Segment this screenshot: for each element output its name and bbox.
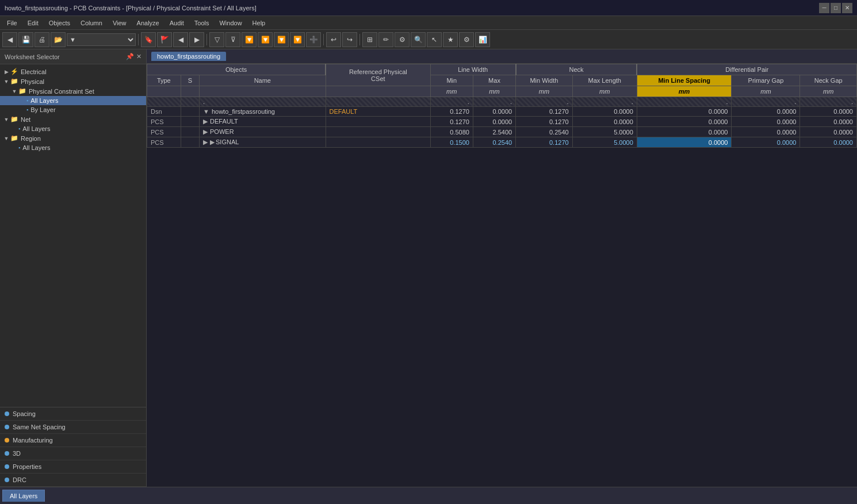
cell-lw-min: . <box>430 97 473 107</box>
ws-pin-button[interactable]: 📌 <box>126 53 134 60</box>
cell-dp-primgap: . <box>732 97 800 107</box>
tb-filter3-icon[interactable]: 🔽 <box>242 32 257 47</box>
pcs-expand-icon: ▼ <box>10 89 18 94</box>
toolbar-separator-1 <box>138 34 139 45</box>
sidebar-bottom-spacing[interactable]: Spacing <box>0 407 146 421</box>
tb-pencil-icon[interactable]: ✏ <box>378 32 393 47</box>
tb-filter6-icon[interactable]: 🔽 <box>290 32 305 47</box>
table-row[interactable]: PCS▶DEFAULT0.12700.00000.12700.00000.000… <box>147 117 857 127</box>
tb-gear1-icon[interactable]: ⚙ <box>395 32 410 47</box>
menu-item-view[interactable]: View <box>108 18 131 28</box>
sidebar-item-region-all-layers[interactable]: ▪ All Layers <box>0 143 146 152</box>
cell-neck-minw: . <box>516 97 573 107</box>
tb-filter2-icon[interactable]: ⊽ <box>225 32 240 47</box>
menu-item-help[interactable]: Help <box>248 18 270 28</box>
menu-item-edit[interactable]: Edit <box>23 18 43 28</box>
breadcrumb-tab[interactable]: howto_firstpassrouting <box>151 52 226 61</box>
sidebar-item-pcs[interactable]: ▼ 📁 Physical Constraint Set <box>0 86 146 96</box>
tb-chart-icon[interactable]: 📊 <box>475 32 490 47</box>
tb-arrow-right-icon[interactable]: ▶ <box>189 32 204 47</box>
menu-item-objects[interactable]: Objects <box>44 18 75 28</box>
cell-name[interactable]: ▶▶SIGNAL <box>200 137 326 148</box>
ws-close-button[interactable]: ✕ <box>136 53 141 60</box>
sidebar-bottom-properties[interactable]: Properties <box>0 460 146 474</box>
cell-dp-neckgap: 0.0000 <box>800 107 857 117</box>
unit-s <box>181 86 199 97</box>
bottom-tab-all-layers[interactable]: All Layers <box>2 490 45 502</box>
tb-filter5-icon[interactable]: 🔽 <box>274 32 289 47</box>
sidebar-item-physical[interactable]: ▼ 📁 Physical <box>0 76 146 86</box>
col-type: Type <box>147 75 181 86</box>
table-row[interactable]: PCS▶▶SIGNAL0.15000.25400.12705.00000.000… <box>147 137 857 148</box>
table-row[interactable]: ........ <box>147 97 857 107</box>
table-row[interactable]: PCS▶POWER0.50802.54000.25405.00000.00000… <box>147 127 857 137</box>
sidebar-item-net-all-layers[interactable]: ▪ All Layers <box>0 124 146 133</box>
col-lw-max: Max <box>473 75 515 86</box>
tb-star-icon[interactable]: ★ <box>443 32 458 47</box>
row-expand-icon[interactable]: ▼ <box>203 108 209 115</box>
name-text: . <box>203 98 205 105</box>
menu-item-column[interactable]: Column <box>76 18 107 28</box>
cell-s <box>181 137 199 148</box>
table-container[interactable]: Objects Referenced PhysicalCSet Line Wid… <box>147 64 857 487</box>
cell-name[interactable]: ▶POWER <box>200 127 326 137</box>
col-dp-neckgap: Neck Gap <box>800 75 857 86</box>
sidebar-bottom-3d[interactable]: 3D <box>0 447 146 460</box>
sidebar-bottom-same-net[interactable]: Same Net Spacing <box>0 421 146 434</box>
table-row[interactable]: Dsn▼howto_firstpassroutingDEFAULT0.12700… <box>147 107 857 117</box>
spacing-dot <box>5 411 9 416</box>
tb-filter1-icon[interactable]: ▽ <box>209 32 224 47</box>
same-net-dot <box>5 425 9 429</box>
row-expand-icon[interactable]: ▶ <box>203 128 208 135</box>
net-expand-icon: ▼ <box>2 117 10 122</box>
tb-flag-icon[interactable]: 🚩 <box>157 32 172 47</box>
tb-filter4-icon[interactable]: 🔽 <box>258 32 273 47</box>
cell-dp-minls: 0.0000 <box>637 137 732 148</box>
tb-save-icon[interactable]: 💾 <box>18 32 33 47</box>
col-group-objects: Objects <box>147 64 326 75</box>
tb-back-icon[interactable]: ◀ <box>2 32 17 47</box>
tb-gear2-icon[interactable]: ⚙ <box>459 32 474 47</box>
menu-item-tools[interactable]: Tools <box>190 18 214 28</box>
tb-redo-icon[interactable]: ↪ <box>342 32 357 47</box>
tb-arrow-left-icon[interactable]: ◀ <box>173 32 188 47</box>
tb-undo-icon[interactable]: ↩ <box>326 32 341 47</box>
region-al-label: All Layers <box>22 144 50 151</box>
close-button[interactable]: ✕ <box>842 3 852 13</box>
menu-item-window[interactable]: Window <box>215 18 246 28</box>
drc-dot <box>5 478 9 482</box>
cell-lw-min: 0.1270 <box>430 107 473 117</box>
cell-dp-primgap: 0.0000 <box>732 117 800 127</box>
row-expand-icon[interactable]: ▶ <box>203 138 208 145</box>
menu-item-file[interactable]: File <box>2 18 22 28</box>
row-expand-icon[interactable]: ▶ <box>203 118 208 125</box>
tb-grid-icon[interactable]: ⊞ <box>362 32 377 47</box>
col-name: Name <box>200 75 326 86</box>
tb-bookmark-icon[interactable]: 🔖 <box>141 32 156 47</box>
sidebar-item-all-layers[interactable]: ▪ All Layers <box>0 96 146 105</box>
sidebar-item-by-layer[interactable]: ▪ By Layer <box>0 105 146 114</box>
cell-name[interactable]: ▶DEFAULT <box>200 117 326 127</box>
tb-open-icon[interactable]: 📂 <box>51 32 66 47</box>
cell-refpcs <box>326 137 430 148</box>
sidebar-bottom-manufacturing[interactable]: Manufacturing <box>0 434 146 447</box>
sidebar-item-electrical[interactable]: ▶ ⚡ Electrical <box>0 67 146 76</box>
maximize-button[interactable]: □ <box>831 3 841 13</box>
net-label: Net <box>21 116 30 123</box>
cell-s <box>181 117 199 127</box>
tb-zoom-icon[interactable]: 🔍 <box>411 32 426 47</box>
tb-dropdown[interactable]: ▼ <box>67 33 136 46</box>
menu-item-analyze[interactable]: Analyze <box>132 18 164 28</box>
toolbar: ◀ 💾 🖨 📂 ▼ 🔖 🚩 ◀ ▶ ▽ ⊽ 🔽 🔽 🔽 🔽 ➕ ↩ ↪ ⊞ ✏ … <box>0 30 857 49</box>
tb-pointer-icon[interactable]: ↖ <box>427 32 442 47</box>
sidebar-item-region[interactable]: ▼ 📁 Region <box>0 133 146 143</box>
tb-print-icon[interactable]: 🖨 <box>35 32 49 47</box>
sidebar-item-net[interactable]: ▼ 📁 Net <box>0 114 146 124</box>
cell-name[interactable]: . <box>200 97 326 107</box>
minimize-button[interactable]: ─ <box>819 3 829 13</box>
tb-add-icon[interactable]: ➕ <box>306 32 321 47</box>
sidebar-bottom-drc[interactable]: DRC <box>0 474 146 487</box>
menu-item-audit[interactable]: Audit <box>165 18 189 28</box>
cell-name[interactable]: ▼howto_firstpassrouting <box>200 107 326 117</box>
row-expand-icon2[interactable]: ▶ <box>210 138 215 145</box>
